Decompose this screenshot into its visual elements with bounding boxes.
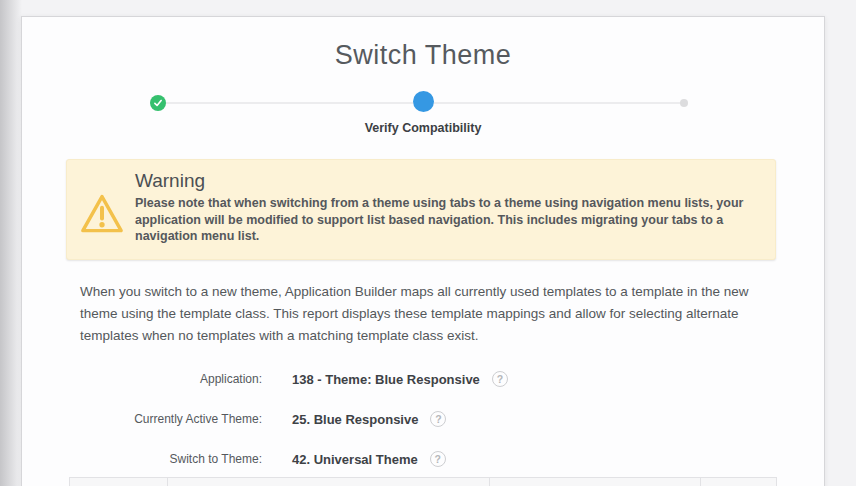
report-table-header: [69, 477, 777, 486]
current-theme-value: 25. Blue Responsive: [292, 412, 418, 427]
help-icon[interactable]: ?: [492, 371, 508, 387]
field-row-application: Application: 138 - Theme: Blue Responsiv…: [22, 359, 824, 399]
warning-message: Please note that when switching from a t…: [135, 195, 767, 245]
current-step-label: Verify Compatibility: [22, 121, 824, 135]
step-current-dot: [413, 91, 434, 112]
wizard-card: Switch Theme Verify Compatibility Warnin…: [21, 16, 825, 486]
warning-banner: Warning Please note that when switching …: [66, 159, 776, 260]
application-label: Application:: [22, 372, 262, 386]
table-header-cell: [490, 478, 701, 486]
table-header-cell: [168, 478, 490, 486]
field-row-switch-theme: Switch to Theme: 42. Universal Theme ?: [22, 439, 824, 479]
field-row-current-theme: Currently Active Theme: 25. Blue Respons…: [22, 399, 824, 439]
table-header-cell: [70, 478, 168, 486]
warning-title: Warning: [135, 169, 767, 193]
table-header-cell: [701, 478, 776, 486]
warning-triangle-icon: [79, 192, 125, 236]
switch-theme-label: Switch to Theme:: [22, 452, 262, 466]
intro-text: When you switch to a new theme, Applicat…: [80, 281, 774, 347]
help-icon[interactable]: ?: [430, 451, 446, 467]
switch-theme-value: 42. Universal Theme: [292, 452, 418, 467]
warning-text-block: Warning Please note that when switching …: [135, 169, 767, 245]
step-upcoming-dot: [680, 99, 688, 107]
application-value: 138 - Theme: Blue Responsive: [292, 372, 480, 387]
page-title: Switch Theme: [22, 40, 824, 71]
summary-fields: Application: 138 - Theme: Blue Responsiv…: [22, 359, 824, 479]
check-icon: [153, 98, 163, 108]
left-edge-shadow: [0, 0, 22, 486]
help-icon[interactable]: ?: [430, 411, 446, 427]
current-theme-label: Currently Active Theme:: [22, 412, 262, 426]
step-complete-check-icon: [150, 95, 166, 111]
